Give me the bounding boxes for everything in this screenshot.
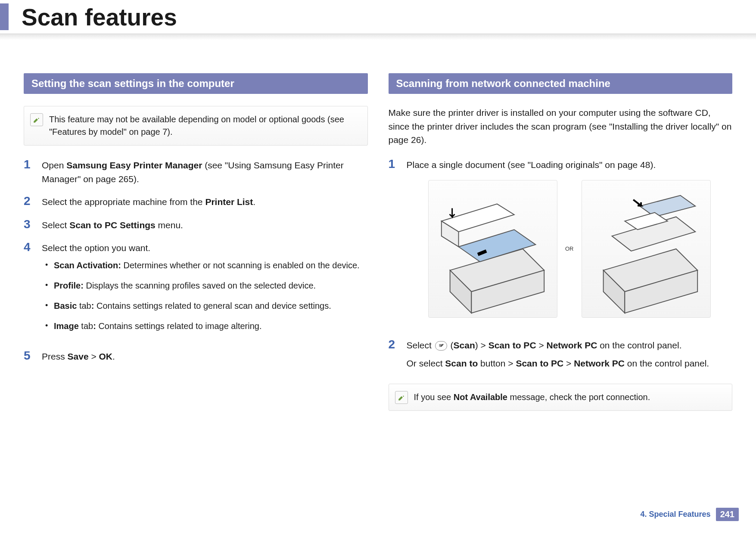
- text: Open: [42, 160, 66, 170]
- bold: Scan: [454, 340, 475, 350]
- text: ) >: [475, 340, 488, 350]
- text: tab: [79, 321, 93, 331]
- text: button >: [478, 358, 516, 368]
- step-number: 2: [389, 338, 400, 374]
- list-item: Scan Activation: Determines whether or n…: [42, 259, 368, 272]
- text: >: [536, 340, 547, 350]
- step-4: 4 Select the option you want. Scan Activ…: [24, 241, 368, 340]
- note-icon: [395, 391, 408, 404]
- note-box: If you see Not Available message, check …: [389, 384, 733, 411]
- bold: Profile:: [54, 281, 84, 290]
- note-box: This feature may not be available depend…: [24, 106, 368, 146]
- text: Press: [42, 351, 68, 361]
- text: If you see: [414, 392, 454, 402]
- text: >: [563, 358, 574, 368]
- text: (: [451, 340, 454, 350]
- bold: Scan to PC: [488, 340, 536, 350]
- bold: OK: [99, 351, 113, 361]
- step-number: 5: [24, 350, 35, 363]
- step-number: 3: [24, 218, 35, 232]
- intro-paragraph: Make sure the printer driver is installe…: [389, 106, 733, 147]
- list-item: Image tab: Contains settings related to …: [42, 320, 368, 332]
- section-heading-left: Setting the scan settings in the compute…: [24, 73, 368, 94]
- step-number: 1: [24, 158, 35, 186]
- text: Contains settings related to general sca…: [94, 301, 331, 310]
- step-number: 1: [389, 158, 400, 329]
- text: Select the appropriate machine from the: [42, 197, 205, 207]
- footer-page-number: 241: [716, 508, 739, 521]
- step-body: Select (Scan) > Scan to PC > Network PC …: [407, 338, 733, 374]
- text: Select: [407, 340, 434, 350]
- list-item: Profile: Displays the scanning profiles …: [42, 279, 368, 292]
- bold: Scan to PC Settings: [69, 220, 156, 230]
- or-label: OR: [565, 245, 574, 253]
- right-column: Scanning from network connected machine …: [389, 73, 733, 424]
- printer-illustration: OR: [407, 180, 733, 318]
- step-1: 1 Place a single document (see "Loading …: [389, 158, 733, 329]
- printer-adf-image: [582, 180, 711, 318]
- step-1: 1 Open Samsung Easy Printer Manager (see…: [24, 158, 368, 186]
- step-2: 2 Select (Scan) > Scan to PC > Network P…: [389, 338, 733, 374]
- scan-button-icon: [435, 341, 447, 351]
- step-body: Press Save > OK.: [42, 350, 368, 363]
- text: on the control panel.: [597, 340, 681, 350]
- step-body: Select Scan to PC Settings menu.: [42, 218, 368, 232]
- svg-marker-10: [640, 196, 695, 217]
- step-body: Select the appropriate machine from the …: [42, 195, 368, 209]
- bold: Network PC: [574, 358, 625, 368]
- page-footer: 4. Special Features 241: [641, 508, 739, 521]
- bold: Not Available: [454, 392, 507, 402]
- printer-flatbed-image: [428, 180, 557, 318]
- bold: Samsung Easy Printer Manager: [66, 160, 202, 170]
- left-column: Setting the scan settings in the compute…: [24, 73, 368, 424]
- note-text: This feature may not be available depend…: [49, 115, 344, 137]
- bold: Scan to: [445, 358, 478, 368]
- text: Or select: [407, 358, 445, 368]
- step-body: Select the option you want. Scan Activat…: [42, 241, 368, 340]
- step-number: 4: [24, 241, 35, 340]
- bold: Scan Activation:: [54, 261, 121, 270]
- note-icon: [30, 113, 43, 126]
- text: Contains settings related to image alter…: [96, 321, 262, 331]
- bold: Printer List: [205, 197, 253, 207]
- page-title: Scan features: [22, 3, 177, 31]
- text: .: [112, 351, 115, 361]
- list-item: Basic tab: Contains settings related to …: [42, 300, 368, 312]
- step-5: 5 Press Save > OK.: [24, 350, 368, 363]
- text: Select: [42, 220, 69, 230]
- step-3: 3 Select Scan to PC Settings menu.: [24, 218, 368, 232]
- bold: Basic: [54, 301, 77, 310]
- text: .: [253, 197, 255, 207]
- text: menu.: [156, 220, 183, 230]
- text: on the control panel.: [625, 358, 709, 368]
- footer-chapter: 4. Special Features: [641, 510, 711, 519]
- text: Determines whether or not scanning is en…: [121, 261, 360, 270]
- bullet-list: Scan Activation: Determines whether or n…: [42, 259, 368, 332]
- text: Select the option you want.: [42, 241, 368, 255]
- text: Place a single document (see "Loading or…: [407, 158, 733, 172]
- text: message, check the port connection.: [507, 392, 650, 402]
- title-divider: [0, 34, 756, 40]
- bold: :: [93, 321, 96, 331]
- text: tab: [77, 301, 91, 310]
- bold: Image: [54, 321, 79, 331]
- bold: Scan to PC: [516, 358, 563, 368]
- step-number: 2: [24, 195, 35, 209]
- section-heading-right: Scanning from network connected machine: [389, 73, 733, 94]
- text: >: [89, 351, 99, 361]
- step-2: 2 Select the appropriate machine from th…: [24, 195, 368, 209]
- bold: Save: [68, 351, 89, 361]
- step-body: Place a single document (see "Loading or…: [407, 158, 733, 329]
- bold: Network PC: [546, 340, 597, 350]
- text: Displays the scanning profiles saved on …: [84, 281, 316, 290]
- step-body: Open Samsung Easy Printer Manager (see "…: [42, 158, 368, 186]
